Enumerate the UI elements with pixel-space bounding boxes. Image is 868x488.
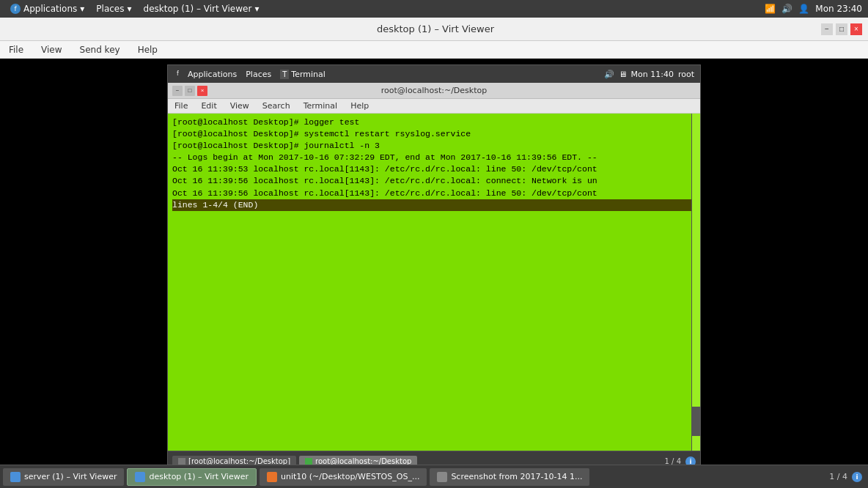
guest-maximize-btn[interactable]: □ bbox=[185, 86, 195, 96]
guest-terminal-menubar: File Edit View Search Terminal Help bbox=[168, 99, 700, 114]
task2-icon bbox=[305, 458, 312, 465]
volume-icon: 🔊 bbox=[781, 4, 792, 14]
guest-terminal-label: Terminal bbox=[291, 70, 326, 79]
terminal-line: -- Logs begin at Mon 2017-10-16 07:32:29… bbox=[172, 152, 696, 163]
guest-terminal-icon: T bbox=[280, 70, 289, 79]
user-icon: 👤 bbox=[798, 4, 809, 14]
minimize-button[interactable]: − bbox=[821, 23, 833, 35]
guest-volume-icon: 🔊 bbox=[604, 70, 614, 79]
host-places-menu[interactable]: Places ▾ bbox=[92, 2, 136, 15]
host-task-desktop[interactable]: desktop (1) – Virt Viewer bbox=[127, 468, 257, 486]
virt-viewer-content: f Applications Places T Terminal 🔊 🖥 Mon… bbox=[0, 59, 868, 472]
host-applications-label: Applications bbox=[23, 4, 77, 14]
guest-close-btn[interactable]: × bbox=[197, 86, 207, 96]
host-applications-menu[interactable]: f Applications ▾ bbox=[6, 2, 89, 15]
guest-time: Mon 11:40 bbox=[631, 70, 674, 79]
guest-fedora-icon: f bbox=[177, 70, 185, 78]
host-places-label: Places bbox=[96, 4, 124, 14]
guest-win-controls: − □ × bbox=[172, 86, 207, 96]
unit10-task-icon bbox=[267, 472, 277, 482]
guest-terminal-title: root@localhost:~/Desktop bbox=[207, 86, 661, 95]
host-window-menu[interactable]: desktop (1) – Virt Viewer ▾ bbox=[139, 2, 264, 15]
host-topbar-left: f Applications ▾ Places ▾ desktop (1) – … bbox=[6, 2, 263, 15]
terminal-line: [root@localhost Desktop]# systemctl rest… bbox=[172, 128, 696, 140]
task1-icon bbox=[178, 458, 185, 465]
virt-viewer-menubar: File View Send key Help bbox=[0, 41, 868, 59]
server-task-icon bbox=[10, 472, 21, 482]
guest-terminal-menu[interactable]: T Terminal bbox=[277, 69, 328, 80]
screenshot-task-icon bbox=[437, 472, 447, 482]
host-topbar: f Applications ▾ Places ▾ desktop (1) – … bbox=[0, 0, 868, 18]
guest-applications-label: Applications bbox=[188, 70, 237, 79]
host-task-screenshot-label: Screenshot from 2017-10-14 1... bbox=[451, 472, 582, 481]
virt-view-menu[interactable]: View bbox=[38, 43, 65, 56]
host-topbar-right: 📶 🔊 👤 Mon 23:40 bbox=[765, 4, 862, 14]
host-taskbar-right: 1 / 4 i bbox=[829, 472, 865, 482]
close-button[interactable]: × bbox=[850, 23, 862, 35]
desktop-task-icon bbox=[135, 472, 145, 482]
virt-file-menu[interactable]: File bbox=[6, 43, 26, 56]
virt-sendkey-menu[interactable]: Send key bbox=[77, 43, 123, 56]
terminal-line: Oct 16 11:39:56 localhost rc.local[1143]… bbox=[172, 175, 696, 187]
host-task-unit10[interactable]: unit10 (~/Desktop/WESTOS_OS_... bbox=[260, 468, 427, 486]
host-task-desktop-label: desktop (1) – Virt Viewer bbox=[149, 472, 249, 481]
guest-applications-menu[interactable]: f Applications bbox=[174, 69, 240, 80]
scrollbar-thumb[interactable] bbox=[691, 407, 700, 436]
terminal-help-menu[interactable]: Help bbox=[348, 100, 371, 111]
guest-topbar: f Applications Places T Terminal 🔊 🖥 Mon… bbox=[168, 65, 700, 83]
terminal-line: Oct 16 11:39:53 localhost rc.local[1143]… bbox=[172, 163, 696, 175]
terminal-edit-menu[interactable]: Edit bbox=[199, 100, 218, 111]
terminal-lines: [root@localhost Desktop]# logger test[ro… bbox=[172, 117, 696, 211]
virt-viewer-title: desktop (1) – Virt Viewer bbox=[50, 23, 821, 34]
terminal-line: [root@localhost Desktop]# logger test bbox=[172, 117, 696, 128]
virt-viewer-titlebar: desktop (1) – Virt Viewer − □ × bbox=[0, 18, 868, 41]
virt-viewer-controls: − □ × bbox=[821, 23, 862, 35]
places-chevron-icon: ▾ bbox=[128, 4, 132, 14]
terminal-content[interactable]: [root@localhost Desktop]# logger test[ro… bbox=[168, 114, 700, 451]
terminal-line: Oct 16 11:39:56 localhost rc.local[1143]… bbox=[172, 188, 696, 199]
terminal-line: lines 1-4/4 (END) bbox=[172, 199, 696, 211]
guest-window: f Applications Places T Terminal 🔊 🖥 Mon… bbox=[167, 64, 701, 472]
maximize-button[interactable]: □ bbox=[836, 23, 847, 35]
host-task-server[interactable]: server (1) – Virt Viewer bbox=[3, 468, 124, 486]
host-info-icon[interactable]: i bbox=[852, 472, 862, 482]
host-task-server-label: server (1) – Virt Viewer bbox=[24, 472, 117, 481]
window-chevron-icon: ▾ bbox=[254, 4, 259, 14]
terminal-scrollbar[interactable] bbox=[691, 114, 700, 451]
guest-topbar-left: f Applications Places T Terminal bbox=[174, 69, 328, 80]
guest-places-label: Places bbox=[246, 70, 271, 79]
host-task-unit10-label: unit10 (~/Desktop/WESTOS_OS_... bbox=[281, 472, 419, 481]
guest-terminal-titlebar: − □ × root@localhost:~/Desktop bbox=[168, 83, 700, 99]
fedora-icon: f bbox=[10, 4, 21, 14]
terminal-view-menu[interactable]: View bbox=[228, 100, 251, 111]
terminal-line: [root@localhost Desktop]# journalctl -n … bbox=[172, 140, 696, 152]
host-task-screenshot[interactable]: Screenshot from 2017-10-14 1... bbox=[430, 468, 589, 486]
terminal-file-menu[interactable]: File bbox=[172, 100, 190, 111]
guest-topbar-right: 🔊 🖥 Mon 11:40 root bbox=[604, 70, 694, 79]
guest-root-label: root bbox=[678, 70, 694, 79]
terminal-terminal-menu[interactable]: Terminal bbox=[301, 100, 340, 111]
wifi-icon: 📶 bbox=[765, 4, 776, 14]
host-time: Mon 23:40 bbox=[815, 4, 862, 14]
guest-network-icon: 🖥 bbox=[619, 70, 627, 79]
guest-places-menu[interactable]: Places bbox=[243, 69, 274, 80]
applications-chevron-icon: ▾ bbox=[80, 4, 84, 14]
host-taskbar: server (1) – Virt Viewer desktop (1) – V… bbox=[0, 465, 868, 488]
terminal-search-menu[interactable]: Search bbox=[260, 100, 293, 111]
virt-help-menu[interactable]: Help bbox=[135, 43, 161, 56]
guest-minimize-btn[interactable]: − bbox=[172, 86, 183, 96]
host-pager: 1 / 4 bbox=[829, 472, 847, 481]
host-window-title: desktop (1) – Virt Viewer bbox=[144, 4, 252, 14]
